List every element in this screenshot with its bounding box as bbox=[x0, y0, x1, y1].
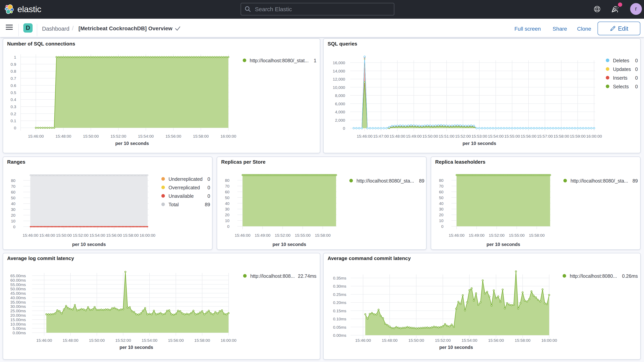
svg-text:0.6: 0.6 bbox=[10, 83, 16, 88]
svg-text:per 10 seconds: per 10 seconds bbox=[462, 141, 496, 146]
svg-text:0.15ms: 0.15ms bbox=[333, 308, 346, 313]
svg-text:20: 20 bbox=[11, 213, 16, 218]
svg-text:15:50:00: 15:50:00 bbox=[422, 134, 438, 138]
svg-text:40: 40 bbox=[11, 202, 16, 206]
svg-text:10: 10 bbox=[225, 218, 230, 223]
svg-text:89: 89 bbox=[632, 178, 638, 184]
svg-text:15:49:00: 15:49:00 bbox=[255, 233, 270, 238]
svg-text:15:56:00: 15:56:00 bbox=[166, 134, 181, 138]
svg-text:15:52:00: 15:52:00 bbox=[275, 233, 290, 238]
svg-text:per 10 seconds: per 10 seconds bbox=[486, 242, 520, 247]
svg-text:60: 60 bbox=[225, 190, 230, 194]
svg-text:0: 0 bbox=[343, 126, 345, 130]
svg-text:0: 0 bbox=[227, 224, 230, 228]
svg-text:20: 20 bbox=[225, 212, 230, 217]
svg-text:15:58:00: 15:58:00 bbox=[194, 338, 210, 342]
svg-text:0: 0 bbox=[13, 224, 16, 229]
svg-text:70: 70 bbox=[225, 184, 230, 188]
svg-text:Total: Total bbox=[168, 202, 179, 207]
svg-text:Underreplicated: Underreplicated bbox=[168, 176, 203, 182]
svg-text:80: 80 bbox=[11, 178, 16, 183]
svg-text:0.00ms: 0.00ms bbox=[333, 333, 346, 338]
svg-text:per 10 seconds: per 10 seconds bbox=[115, 141, 149, 146]
svg-text:30.00ms: 30.00ms bbox=[10, 304, 26, 308]
svg-text:15:54:00: 15:54:00 bbox=[138, 134, 154, 138]
svg-text:0: 0 bbox=[208, 193, 210, 199]
svg-text:15.00ms: 15.00ms bbox=[10, 318, 26, 322]
svg-text:6,000: 6,000 bbox=[335, 102, 345, 106]
svg-text:0.3: 0.3 bbox=[10, 104, 16, 109]
svg-text:15:57:00: 15:57:00 bbox=[537, 134, 553, 138]
svg-text:16:00:00: 16:00:00 bbox=[586, 134, 602, 138]
svg-text:15:46:00: 15:46:00 bbox=[28, 134, 44, 138]
svg-text:4,000: 4,000 bbox=[335, 110, 345, 114]
svg-text:80: 80 bbox=[439, 178, 444, 182]
svg-text:15:46:00: 15:46:00 bbox=[449, 233, 464, 238]
svg-text:25.00ms: 25.00ms bbox=[10, 308, 26, 313]
svg-text:15:50:00: 15:50:00 bbox=[89, 338, 105, 342]
svg-text:0.30ms: 0.30ms bbox=[333, 284, 346, 288]
svg-text:15:56:00: 15:56:00 bbox=[488, 338, 504, 342]
svg-text:50: 50 bbox=[439, 196, 444, 200]
svg-text:Updates: Updates bbox=[613, 66, 631, 72]
svg-text:0.7: 0.7 bbox=[10, 76, 16, 80]
svg-text:per 10 seconds: per 10 seconds bbox=[120, 345, 153, 350]
svg-text:0: 0 bbox=[208, 176, 210, 182]
svg-text:10,000: 10,000 bbox=[333, 85, 345, 90]
svg-text:10.00ms: 10.00ms bbox=[10, 322, 26, 326]
svg-text:15:52:00: 15:52:00 bbox=[73, 233, 88, 238]
svg-text:0: 0 bbox=[635, 84, 638, 89]
svg-text:40: 40 bbox=[439, 201, 444, 206]
svg-text:10: 10 bbox=[439, 218, 444, 223]
svg-text:89: 89 bbox=[205, 202, 210, 207]
svg-text:0.00ms: 0.00ms bbox=[12, 330, 26, 335]
svg-text:0: 0 bbox=[635, 66, 638, 72]
svg-text:15:58:00: 15:58:00 bbox=[554, 134, 569, 138]
svg-text:70: 70 bbox=[439, 184, 444, 188]
svg-text:15:55:00: 15:55:00 bbox=[504, 134, 520, 138]
svg-text:Overreplicated: Overreplicated bbox=[168, 185, 200, 190]
svg-text:15:52:00: 15:52:00 bbox=[489, 233, 504, 238]
svg-text:1: 1 bbox=[314, 58, 316, 63]
svg-text:16,000: 16,000 bbox=[333, 60, 345, 65]
svg-text:0.5: 0.5 bbox=[10, 90, 16, 95]
svg-text:0.8: 0.8 bbox=[10, 69, 16, 74]
svg-text:http://localhost:8080/_sta...: http://localhost:8080/_sta... bbox=[570, 178, 628, 184]
svg-text:per 10 seconds: per 10 seconds bbox=[272, 242, 306, 247]
svg-text:30: 30 bbox=[439, 207, 444, 211]
svg-text:22.74ms: 22.74ms bbox=[298, 273, 316, 279]
svg-text:15:46:00: 15:46:00 bbox=[355, 338, 371, 342]
svg-text:15:58:00: 15:58:00 bbox=[315, 233, 331, 238]
svg-text:30: 30 bbox=[225, 207, 230, 211]
svg-text:15:53:00: 15:53:00 bbox=[472, 134, 487, 138]
svg-text:80: 80 bbox=[225, 178, 230, 182]
svg-text:15:54:00: 15:54:00 bbox=[90, 233, 105, 238]
svg-text:15:54:00: 15:54:00 bbox=[142, 338, 158, 342]
svg-text:2,000: 2,000 bbox=[335, 118, 345, 122]
svg-text:15:56:00: 15:56:00 bbox=[520, 134, 536, 138]
svg-text:0: 0 bbox=[635, 75, 638, 80]
svg-text:0.9: 0.9 bbox=[10, 62, 16, 66]
svg-text:15:59:00: 15:59:00 bbox=[570, 134, 586, 138]
svg-text:16:00:00: 16:00:00 bbox=[140, 233, 156, 238]
svg-text:0.20ms: 0.20ms bbox=[333, 300, 346, 305]
svg-text:0: 0 bbox=[208, 185, 210, 190]
svg-text:Inserts: Inserts bbox=[613, 75, 628, 80]
svg-text:50: 50 bbox=[225, 196, 230, 200]
svg-text:15:52:00: 15:52:00 bbox=[115, 338, 131, 342]
svg-text:65.00ms: 65.00ms bbox=[10, 274, 26, 278]
svg-text:http://localhost:8080...: http://localhost:8080... bbox=[570, 273, 617, 279]
svg-text:Deletes: Deletes bbox=[613, 58, 629, 63]
svg-text:15:48:00: 15:48:00 bbox=[56, 134, 71, 138]
svg-text:89: 89 bbox=[419, 178, 424, 184]
svg-text:50: 50 bbox=[11, 196, 16, 200]
svg-text:http://localhost:808...: http://localhost:808... bbox=[250, 273, 295, 279]
svg-text:0.1: 0.1 bbox=[10, 118, 16, 123]
svg-text:0.05ms: 0.05ms bbox=[333, 325, 346, 330]
svg-text:50.00ms: 50.00ms bbox=[10, 287, 26, 291]
svg-text:0.2: 0.2 bbox=[10, 112, 16, 116]
svg-text:15:48:00: 15:48:00 bbox=[39, 233, 55, 238]
svg-text:1: 1 bbox=[14, 55, 16, 59]
svg-text:16:00:00: 16:00:00 bbox=[220, 134, 236, 138]
svg-text:0.35ms: 0.35ms bbox=[333, 276, 346, 280]
